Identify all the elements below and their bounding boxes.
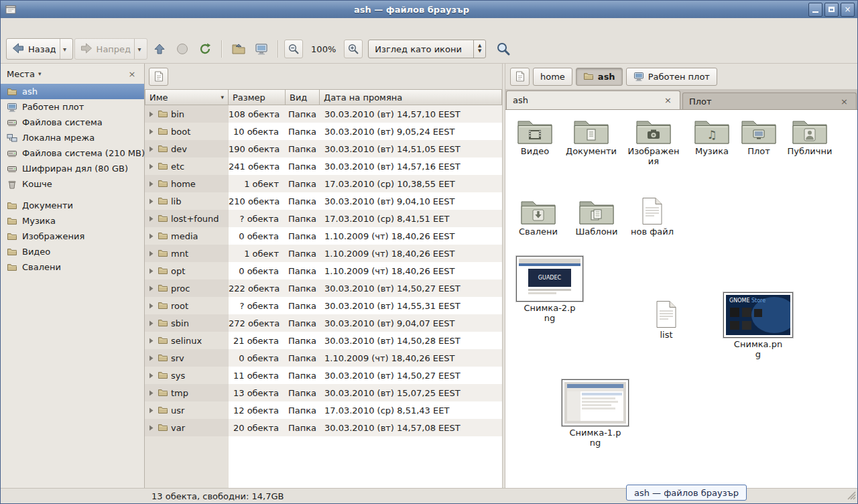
home-button[interactable] (228, 38, 249, 60)
table-row[interactable]: selinux 21 обекта Папка 30.03.2010 (вт) … (145, 332, 502, 349)
combo-spin-arrows[interactable]: ▲▼ (473, 40, 485, 58)
sidebar-item-Работен плот[interactable]: Работен плот (1, 99, 144, 115)
expander-icon[interactable] (147, 390, 155, 396)
table-row[interactable]: etc 241 обекта Папка 30.03.2010 (вт) 14,… (145, 158, 502, 175)
expander-icon[interactable] (147, 268, 155, 274)
tab-ash[interactable]: ash × (506, 90, 680, 109)
tab-close-icon[interactable]: × (662, 94, 674, 106)
expander-icon[interactable] (147, 355, 155, 361)
table-row[interactable]: lost+found ? обекта Папка 17.03.2010 (ср… (145, 210, 502, 227)
path-button-ash[interactable]: ash (576, 68, 623, 86)
table-row[interactable]: boot 10 обекта Папка 30.03.2010 (вт) 9,0… (145, 123, 502, 140)
expander-icon[interactable] (147, 373, 155, 379)
file-Музика[interactable]: ♫ Музика (688, 115, 736, 157)
icon-view[interactable]: Видео Документи Изображения ♫ Музика Пло… (505, 109, 857, 488)
file-Снимка-1.png[interactable]: Снимка-1.png (560, 379, 630, 448)
sidebar-item-Файлова система (210 MB)[interactable]: Файлова система (210 MB) (1, 145, 144, 161)
expander-icon[interactable] (147, 407, 155, 414)
close-button[interactable]: × (841, 3, 855, 17)
location-toggle-button[interactable] (510, 68, 530, 86)
table-row[interactable]: tmp 13 обекта Папка 30.03.2010 (вт) 15,0… (145, 384, 502, 401)
expander-icon[interactable] (147, 146, 155, 152)
menu-Файл[interactable] (3, 25, 15, 29)
table-row[interactable]: lib 210 обекта Папка 30.03.2010 (вт) 9,0… (145, 192, 502, 210)
menu-Отиване[interactable] (40, 25, 52, 29)
menu-Редактиране[interactable] (15, 25, 27, 29)
minimize-button[interactable] (808, 3, 822, 17)
up-button[interactable] (149, 38, 170, 60)
file-Шаблони[interactable]: Шаблони (571, 196, 622, 237)
forward-dropdown-arrow[interactable]: ▾ (134, 39, 144, 59)
path-button-Работен плот[interactable]: Работен плот (626, 68, 717, 86)
expander-icon[interactable] (147, 286, 155, 292)
expander-icon[interactable] (147, 320, 155, 326)
expander-icon[interactable] (147, 129, 155, 135)
sidebar-item-Свалени[interactable]: Свалени (1, 259, 144, 275)
table-row[interactable]: media 0 обекта Папка 1.10.2009 (чт) 18,4… (145, 227, 502, 245)
menu-Изглед[interactable] (27, 25, 40, 29)
sidebar-item-Кошче[interactable]: Кошче (1, 176, 144, 192)
reload-button[interactable] (194, 38, 216, 60)
search-button[interactable] (493, 38, 514, 60)
expander-icon[interactable] (147, 233, 155, 239)
path-button-home[interactable]: home (533, 68, 572, 86)
menu-Отметки[interactable] (52, 25, 64, 29)
expander-icon[interactable] (147, 111, 155, 117)
table-row[interactable]: var 20 обекта Папка 30.03.2010 (вт) 14,5… (145, 419, 502, 436)
table-row[interactable]: sbin 272 обекта Папка 30.03.2010 (вт) 9,… (145, 314, 502, 332)
file-Плот[interactable]: Плот (737, 115, 780, 157)
file-Снимка.png[interactable]: GNOMEStore Снимка.png (723, 292, 794, 359)
table-row[interactable]: mnt 1 обект Папка 1.10.2009 (чт) 18,40,2… (145, 245, 502, 262)
file-list[interactable]: list (646, 300, 686, 340)
tab-plot[interactable]: Плот × (682, 92, 857, 109)
maximize-button[interactable] (824, 3, 839, 17)
expander-icon[interactable] (147, 303, 155, 309)
file-Изображения[interactable]: Изображения (627, 115, 680, 166)
expander-icon[interactable] (147, 164, 155, 170)
zoom-out-button[interactable] (284, 40, 303, 58)
table-row[interactable]: proc 222 обекта Папка 30.03.2010 (вт) 14… (145, 279, 502, 297)
back-dropdown-arrow[interactable]: ▾ (60, 39, 70, 59)
table-row[interactable]: srv 0 обекта Папка 1.10.2009 (чт) 18,40,… (145, 349, 502, 367)
expander-icon[interactable] (147, 425, 155, 431)
column-header-size[interactable]: Размер (229, 89, 286, 105)
table-row[interactable]: sys 11 обекта Папка 30.03.2010 (вт) 14,5… (145, 367, 502, 384)
file-нов файл[interactable]: нов файл (629, 197, 676, 237)
table-row[interactable]: root ? обекта Папка 30.03.2010 (вт) 14,5… (145, 297, 502, 314)
table-row[interactable]: opt 0 обекта Папка 1.10.2009 (чт) 18,40,… (145, 262, 502, 279)
sidebar-item-Локална мрежа[interactable]: Локална мрежа (1, 130, 144, 145)
table-row[interactable]: usr 12 обекта Папка 17.03.2010 (ср) 8,51… (145, 401, 502, 419)
column-header-type[interactable]: Вид (286, 89, 320, 105)
table-row[interactable]: dev 190 обекта Папка 30.03.2010 (вт) 14,… (145, 140, 502, 158)
expander-icon[interactable] (147, 216, 155, 222)
table-row[interactable]: bin 108 обекта Папка 30.03.2010 (вт) 14,… (145, 105, 502, 123)
sidebar-item-Файлова система[interactable]: Файлова система (1, 115, 144, 130)
menu-Помощ[interactable] (64, 25, 76, 29)
file-Свалени[interactable]: Свалени (513, 196, 563, 237)
titlebar[interactable]: ash — файлов браузър × (1, 1, 857, 18)
back-button[interactable]: Назад ▾ (6, 38, 73, 60)
column-header-name[interactable]: Име ▾ (145, 89, 229, 105)
sidebar-close-icon[interactable]: × (126, 69, 138, 79)
file-Видео[interactable]: Видео (511, 115, 559, 157)
sidebar-item-Шифриран дял (80 GB)[interactable]: Шифриран дял (80 GB) (1, 161, 144, 176)
file-Публични[interactable]: Публични (783, 115, 837, 157)
chevron-down-icon[interactable]: ▾ (38, 70, 42, 77)
computer-button[interactable] (251, 38, 272, 60)
forward-button[interactable]: Напред ▾ (74, 38, 147, 60)
expander-icon[interactable] (147, 198, 155, 204)
expander-icon[interactable] (147, 251, 155, 257)
resize-grip[interactable] (847, 491, 856, 502)
location-toggle-button[interactable] (149, 68, 168, 86)
tab-close-icon[interactable]: × (839, 96, 850, 107)
zoom-in-button[interactable] (344, 40, 363, 58)
sidebar-item-Документи[interactable]: Документи (1, 198, 144, 213)
sidebar-item-Музика[interactable]: Музика (1, 213, 144, 229)
expander-icon[interactable] (147, 338, 155, 344)
sidebar-item-ash[interactable]: ash (1, 84, 144, 99)
view-mode-select[interactable]: Изглед като икони ▲▼ (368, 40, 486, 58)
expander-icon[interactable] (147, 181, 155, 187)
sidebar-item-Изображения[interactable]: Изображения (1, 229, 144, 244)
stop-button[interactable] (172, 38, 193, 60)
file-Снимка-2.png[interactable]: GUADEC Снимка-2.png (515, 256, 585, 323)
